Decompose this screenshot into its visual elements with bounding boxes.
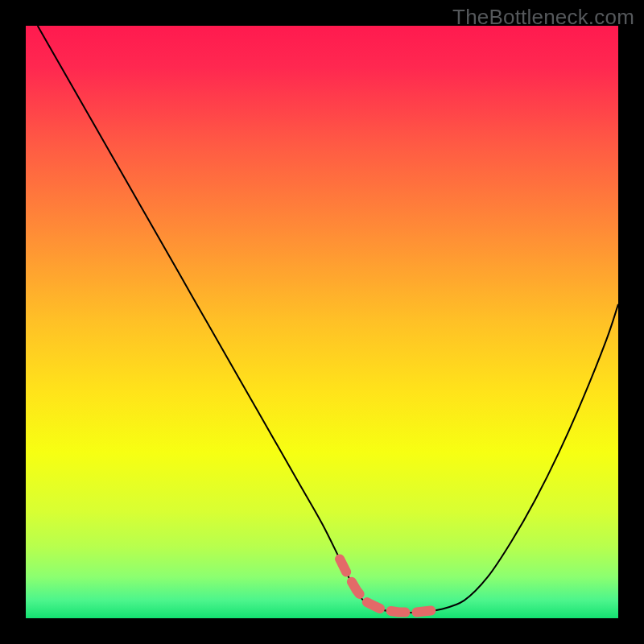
chart-frame: TheBottleneck.com	[0, 0, 644, 644]
watermark-text: TheBottleneck.com	[452, 5, 634, 30]
plot-area	[26, 26, 618, 618]
bottleneck-chart	[26, 26, 618, 618]
gradient-background	[26, 26, 618, 618]
